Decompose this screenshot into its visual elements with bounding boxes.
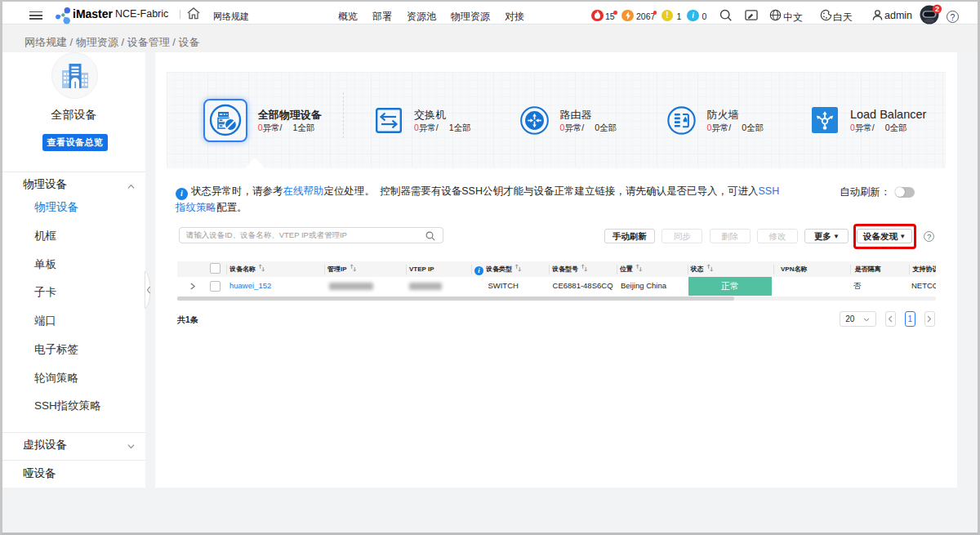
svg-text:2: 2 — [935, 5, 939, 13]
